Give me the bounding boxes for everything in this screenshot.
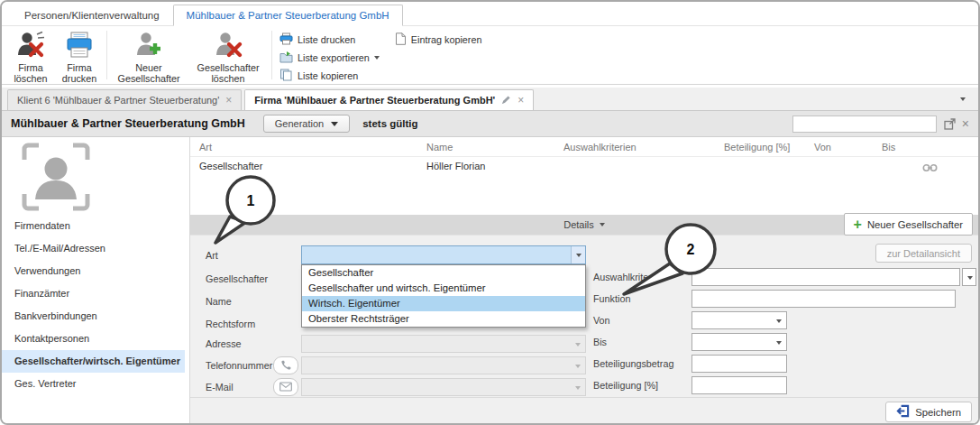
ribbon-toolbar: Firma löschen Firma drucken <box>2 26 978 85</box>
chevron-down-icon <box>374 56 380 60</box>
gesellschafter-label: Gesellschafter <box>206 273 268 284</box>
save-icon <box>896 404 910 420</box>
auswahlkriterien-field[interactable] <box>691 268 960 286</box>
table-row[interactable]: Gesellschafter Höller Florian <box>190 157 978 175</box>
ribbon-group-liste: Liste drucken Liste exportieren <box>272 28 387 82</box>
gesellschafter-loeschen-button[interactable]: Gesellschafter löschen <box>190 28 266 84</box>
bis-label: Bis <box>593 337 607 347</box>
zur-detailansicht-button[interactable]: zur Detailansicht <box>875 244 972 263</box>
details-form: Art Gesellschafter Name Rechtsform Adres… <box>190 235 978 423</box>
beteiligung-prozent-input[interactable] <box>691 376 787 394</box>
sidebar-item-finanzaemter[interactable]: Finanzämter <box>2 282 185 305</box>
dropdown-option-wirtsch-eigentuemer[interactable]: Wirtsch. Eigentümer <box>302 296 585 311</box>
funktion-input[interactable] <box>691 290 956 308</box>
chevron-down-icon <box>575 365 581 368</box>
telefonnummer-label: Telefonnummer <box>206 360 272 371</box>
eintrag-kopieren-button[interactable]: Eintrag kopieren <box>394 32 482 47</box>
page-copy-icon <box>394 32 407 47</box>
column-art[interactable]: Art <box>199 142 212 152</box>
liste-exportieren-label: Liste exportieren <box>298 52 370 63</box>
sidebar-item-gesellschafter[interactable]: Gesellschafter/wirtsch. Eigentümer <box>2 350 185 373</box>
sidebar-item-ges-vertreter[interactable]: Ges. Vertreter <box>2 373 185 395</box>
art-combobox-dropdown-button[interactable] <box>571 246 585 263</box>
bis-combobox[interactable] <box>691 333 787 351</box>
export-icon <box>279 51 293 65</box>
chevron-down-icon <box>967 276 973 280</box>
firma-drucken-button[interactable]: Firma drucken <box>58 28 101 84</box>
popout-icon[interactable] <box>944 118 956 130</box>
sidebar-item-kontaktpersonen[interactable]: Kontaktpersonen <box>2 328 185 350</box>
neuer-gesellschafter-detail-button[interactable]: + Neuer Gesellschafter <box>844 213 973 236</box>
chevron-down-icon <box>331 122 338 126</box>
tab-list-chevron-icon[interactable] <box>960 97 966 101</box>
details-bar-label: Details <box>563 219 594 230</box>
dropdown-option-gesellschafter-und-wirtsch[interactable]: Gesellschafter und wirtsch. Eigentümer <box>302 281 585 296</box>
art-combobox[interactable] <box>301 245 586 264</box>
name-label: Name <box>206 296 232 307</box>
ribbon-tab-bar: Personen/Klientenverwaltung Mühlbauer & … <box>2 2 978 26</box>
generation-button[interactable]: Generation <box>263 115 350 133</box>
sidebar-item-tel-email-adressen[interactable]: Tel./E-Mail/Adressen <box>2 237 185 260</box>
neuer-gesellschafter-label: Neuer Gesellschafter <box>113 62 185 84</box>
ribbon-tab-firma[interactable]: Mühlbauer & Partner Steuerberatung GmbH <box>173 5 403 26</box>
ribbon-group-firma: Firma löschen Firma drucken <box>4 28 106 82</box>
dropdown-option-gesellschafter[interactable]: Gesellschafter <box>302 265 585 281</box>
column-von[interactable]: Von <box>814 142 831 152</box>
phone-icon <box>280 359 292 373</box>
app-window: Personen/Klientenverwaltung Mühlbauer & … <box>0 0 980 425</box>
close-icon[interactable]: × <box>517 95 524 106</box>
email-button[interactable] <box>273 378 298 396</box>
row-art-value: Gesellschafter <box>199 161 262 171</box>
sidebar-item-firmendaten[interactable]: Firmendaten <box>2 215 185 237</box>
liste-exportieren-button[interactable]: Liste exportieren <box>279 51 380 65</box>
document-tab-firma[interactable]: Firma 'Mühlbauer & Partner Steuerberatun… <box>244 89 534 110</box>
column-name[interactable]: Name <box>426 142 453 152</box>
von-combobox[interactable] <box>691 311 787 329</box>
main-panel: Art Name Auswahlkriterien Beteiligung [%… <box>190 137 978 423</box>
email-combobox[interactable] <box>301 378 586 396</box>
liste-kopieren-button[interactable]: Liste kopieren <box>279 69 358 83</box>
chevron-down-icon <box>776 341 782 345</box>
adresse-combobox[interactable] <box>301 335 586 353</box>
beteiligung-prozent-label: Beteiligung [%] <box>593 380 658 391</box>
printer-icon <box>65 31 94 60</box>
dropdown-option-oberster-rechtstraeger[interactable]: Oberster Rechtsträger <box>302 311 585 327</box>
ribbon-group-eintrag: Eintrag kopieren <box>387 28 490 82</box>
footer-divider <box>190 397 978 398</box>
search-input[interactable] <box>792 115 937 133</box>
ribbon-tab-personen[interactable]: Personen/Klientenverwaltung <box>11 5 173 26</box>
copy-icon <box>279 69 293 83</box>
neuer-gesellschafter-button[interactable]: Neuer Gesellschafter <box>113 28 185 84</box>
close-icon[interactable]: × <box>962 117 969 130</box>
validity-text: stets gültig <box>362 118 417 129</box>
firma-loeschen-button[interactable]: Firma löschen <box>9 28 52 84</box>
person-delete-icon <box>16 31 46 60</box>
ribbon-group-gesellschafter: Neuer Gesellschafter Gesellschafter lösc… <box>107 28 271 82</box>
column-auswahlkriterien[interactable]: Auswahlkriterien <box>563 142 637 152</box>
document-tab-bar: Klient 6 'Mühlbauer & Partner Steuerbera… <box>2 88 978 111</box>
rechtsform-label: Rechtsform <box>206 319 255 329</box>
gesellschafter-loeschen-label: Gesellschafter löschen <box>190 62 266 84</box>
email-label: E-Mail <box>206 382 234 393</box>
von-label: Von <box>593 315 610 326</box>
sidebar-item-bankverbindungen[interactable]: Bankverbindungen <box>2 305 185 328</box>
auswahlkriterien-dropdown-button[interactable] <box>962 268 976 286</box>
save-label: Speichern <box>915 407 961 418</box>
column-beteiligung[interactable]: Beteiligung [%] <box>724 142 790 152</box>
liste-drucken-button[interactable]: Liste drucken <box>279 32 355 47</box>
telefonnummer-combobox[interactable] <box>301 356 586 374</box>
column-bis[interactable]: Bis <box>882 142 895 152</box>
firma-loeschen-label: Firma löschen <box>9 62 52 84</box>
save-button[interactable]: Speichern <box>885 402 972 422</box>
firma-drucken-label: Firma drucken <box>58 62 101 84</box>
document-tab-klient[interactable]: Klient 6 'Mühlbauer & Partner Steuerbera… <box>7 89 242 110</box>
sidebar: Firmendaten Tel./E-Mail/Adressen Verwend… <box>2 137 190 423</box>
close-icon[interactable]: × <box>225 95 232 106</box>
beteiligungsbetrag-label: Beteiligungsbetrag <box>593 358 673 369</box>
row-name-value: Höller Florian <box>426 161 485 171</box>
phone-button[interactable] <box>273 356 298 374</box>
auswahlkriterien-label: Auswahlkriterien <box>593 272 664 282</box>
beteiligungsbetrag-input[interactable] <box>691 355 787 373</box>
sidebar-item-verwendungen[interactable]: Verwendungen <box>2 260 185 282</box>
mail-icon <box>279 382 292 393</box>
